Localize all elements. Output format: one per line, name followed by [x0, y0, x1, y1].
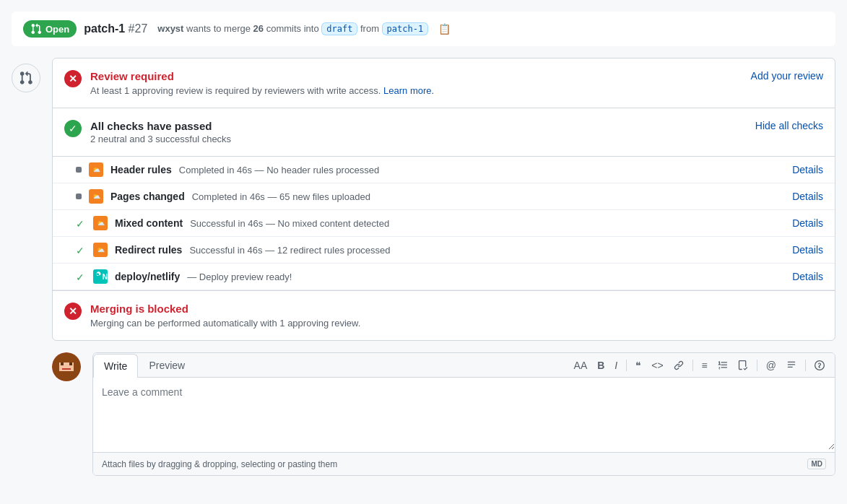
checks-header-content: All checks have passed Hide all checks 2… [90, 120, 823, 144]
check-provider-icon: ⛅ [89, 162, 103, 177]
check-name: Pages changed [110, 191, 185, 202]
unordered-list-button[interactable]: ≡ [699, 358, 711, 373]
check-name: Mixed content [115, 217, 183, 229]
check-name: Header rules [110, 164, 172, 175]
task-list-button[interactable] [735, 359, 751, 372]
check-provider-icon: ⛅ [89, 189, 103, 204]
content-area: ✕ Review required Add your review At lea… [52, 58, 835, 476]
check-detail: — Deploy preview ready! [187, 271, 785, 282]
svg-text:⛅: ⛅ [92, 165, 101, 174]
review-required-content: Review required Add your review At least… [90, 70, 823, 96]
success-check-icon: ✓ [76, 218, 86, 228]
success-check-icon: ✓ [76, 245, 86, 255]
check-detail: Successful in 46s — 12 redirect rules pr… [189, 245, 785, 256]
checks-header-section: ✓ All checks have passed Hide all checks… [53, 108, 835, 157]
check-name: Redirect rules [115, 244, 182, 256]
comment-footer: Attach files by dragging & dropping, sel… [93, 452, 835, 475]
main-layout: ✕ Review required Add your review At lea… [12, 58, 835, 476]
svg-text:⛅: ⛅ [97, 246, 105, 254]
source-branch[interactable]: patch-1 [382, 22, 429, 35]
review-required-header: Review required Add your review [90, 70, 823, 82]
svg-text:⛅: ⛅ [92, 192, 101, 201]
check-detail: Successful in 46s — No mixed content det… [190, 218, 785, 229]
check-detail: Completed in 46s — 65 new files uploaded [192, 191, 786, 202]
check-row-mixed-content: ✓ ⛅ Mixed content Successful in 46s — No… [53, 210, 835, 237]
comment-toolbar: AA B I ❝ <> [564, 354, 835, 377]
add-review-link[interactable]: Add your review [751, 70, 823, 82]
check-name: deploy/netlify [115, 271, 180, 282]
netlify-icon: N [93, 269, 108, 284]
neutral-status-icon [76, 167, 82, 173]
pr-title: patch-1 #27 [84, 22, 147, 35]
check-row-header-rules: ⛅ Header rules Completed in 46s — No hea… [53, 157, 835, 183]
heading-button[interactable]: AA [571, 358, 591, 373]
error-merging-icon: ✕ [64, 303, 82, 320]
comment-box: Write Preview AA B I [92, 352, 835, 476]
toolbar-divider-2 [692, 360, 693, 371]
success-status-icon: ✓ [64, 120, 82, 137]
check-row-redirect-rules: ✓ ⛅ Redirect rules Successful in 46s — 1… [53, 237, 835, 264]
write-tab[interactable]: Write [93, 354, 138, 378]
check-details-link[interactable]: Details [792, 164, 823, 175]
saved-replies-button[interactable] [783, 359, 799, 372]
svg-rect-12 [61, 362, 64, 365]
link-button[interactable] [671, 359, 687, 372]
review-required-desc: At least 1 approving review is required … [90, 85, 823, 96]
check-provider-icon: ⛅ [93, 216, 108, 230]
merging-title: Merging is blocked [90, 303, 360, 315]
copy-branch-icon[interactable]: 📋 [438, 23, 451, 35]
check-provider-icon: ⛅ [93, 243, 108, 257]
checks-header-top: All checks have passed Hide all checks [90, 120, 823, 132]
code-button[interactable]: <> [648, 358, 666, 373]
error-status-icon: ✕ [64, 70, 82, 87]
merge-icon [12, 64, 40, 92]
avatar [52, 352, 81, 381]
check-details-link[interactable]: Details [792, 244, 823, 256]
check-details-link[interactable]: Details [792, 217, 823, 229]
merging-blocked-content: Merging is blocked Merging can be perfor… [90, 303, 360, 329]
checks-subtitle: 2 neutral and 3 successful checks [90, 134, 823, 144]
svg-rect-15 [58, 371, 75, 378]
italic-button[interactable]: I [612, 358, 620, 373]
toolbar-divider-3 [757, 360, 757, 371]
quote-button[interactable]: ❝ [633, 358, 644, 373]
check-details-link[interactable]: Details [792, 191, 823, 202]
hide-all-checks-link[interactable]: Hide all checks [755, 120, 823, 131]
review-required-section: ✕ Review required Add your review At lea… [53, 58, 835, 108]
comment-textarea[interactable] [93, 378, 835, 450]
checks-title: All checks have passed [90, 120, 212, 132]
target-branch[interactable]: draft [321, 22, 357, 35]
check-row-pages-changed: ⛅ Pages changed Completed in 46s — 65 ne… [53, 183, 835, 210]
footer-attach-text: Attach files by dragging & dropping, sel… [102, 459, 337, 469]
check-row-netlify: ✓ N deploy/netlify — Deploy preview read… [53, 264, 835, 290]
check-detail: Completed in 46s — No header rules proce… [179, 165, 785, 175]
open-badge: Open [23, 20, 77, 38]
review-required-title: Review required [90, 70, 174, 82]
preview-tab[interactable]: Preview [138, 353, 196, 377]
bold-button[interactable]: B [594, 358, 607, 373]
formatting-help-button[interactable] [812, 359, 828, 372]
pr-meta: wxyst wants to merge 26 commits into dra… [157, 22, 428, 35]
svg-rect-14 [62, 368, 71, 370]
mention-button[interactable]: @ [763, 358, 779, 373]
svg-rect-13 [69, 362, 72, 365]
merging-desc: Merging can be performed automatically w… [90, 318, 360, 329]
toolbar-divider [626, 360, 627, 371]
markdown-icon: MD [807, 459, 826, 469]
svg-rect-16 [61, 357, 72, 362]
svg-text:⛅: ⛅ [97, 219, 105, 227]
comment-tabs: Write Preview AA B I [93, 353, 835, 378]
success-check-icon: ✓ [76, 271, 86, 282]
ordered-list-button[interactable] [715, 359, 731, 372]
learn-more-link[interactable]: Learn more. [383, 85, 434, 96]
review-panel: ✕ Review required Add your review At lea… [52, 58, 835, 341]
neutral-status-icon [76, 194, 82, 199]
pr-header: Open patch-1 #27 wxyst wants to merge 26… [12, 12, 835, 46]
toolbar-divider-4 [805, 360, 806, 371]
comment-section: Write Preview AA B I [52, 352, 835, 476]
check-details-link[interactable]: Details [792, 271, 823, 282]
merging-blocked-section: ✕ Merging is blocked Merging can be perf… [53, 290, 835, 340]
